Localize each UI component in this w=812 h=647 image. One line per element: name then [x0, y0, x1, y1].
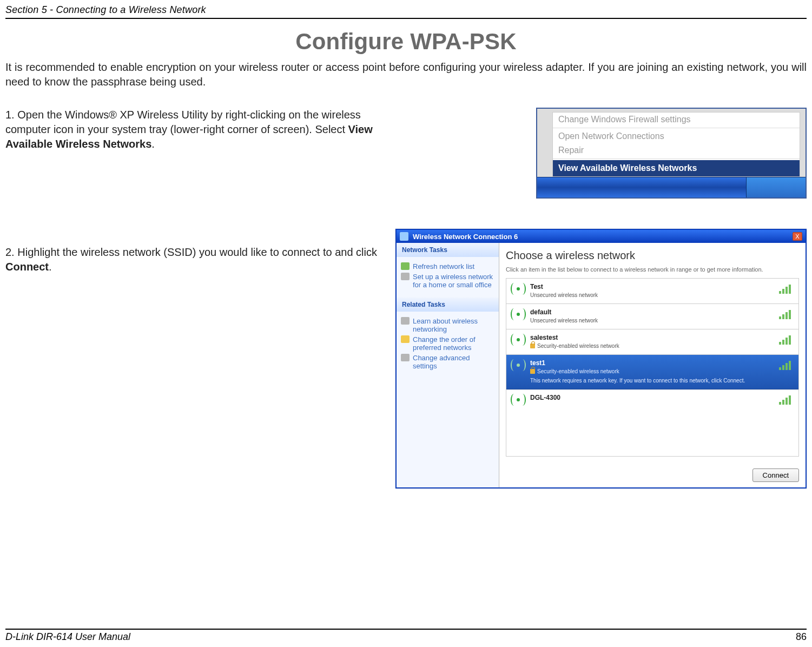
menu-item-view-networks[interactable]: View Available Wireless Networks	[553, 160, 800, 176]
network-desc-text: Security-enabled wireless network	[537, 368, 619, 374]
menu-item-firewall[interactable]: Change Windows Firewall settings	[553, 113, 800, 127]
context-menu-box: Change Windows Firewall settings Open Ne…	[552, 112, 800, 177]
network-desc: Security-enabled wireless network	[530, 343, 793, 349]
step-2-bold: Connect	[5, 261, 49, 273]
network-info: Test Unsecured wireless network	[530, 283, 793, 298]
refresh-icon	[401, 262, 410, 270]
link-setup-network[interactable]: Set up a wireless network for a home or …	[401, 273, 494, 289]
link-change-order[interactable]: Change the order of preferred networks	[401, 335, 494, 352]
network-name: DGL-4300	[530, 394, 793, 401]
sidebar-body-related-tasks: Learn about wireless networking Change t…	[397, 312, 499, 487]
systray	[746, 177, 806, 197]
star-icon	[401, 335, 410, 343]
sidebar-body-network-tasks: Refresh network list Set up a wireless n…	[397, 257, 499, 298]
footer-left: D-Link DIR-614 User Manual	[5, 631, 130, 643]
menu-item-repair[interactable]: Repair	[553, 143, 800, 157]
network-row-test1-selected[interactable]: test1 Security-enabled wireless network …	[506, 355, 798, 389]
intro-paragraph: It is recommended to enable encryption o…	[5, 60, 807, 89]
wireless-dialog-screenshot: Wireless Network Connection 6 X Network …	[395, 229, 807, 488]
dialog-body: Network Tasks Refresh network list Set u…	[397, 243, 806, 487]
dialog-titlebar: Wireless Network Connection 6 X	[397, 230, 806, 243]
lock-icon	[530, 369, 535, 374]
link-setup-label: Set up a wireless network for a home or …	[413, 273, 494, 289]
settings-icon	[401, 354, 410, 361]
step-1-text: 1. Open the Windows® XP Wireless Utility…	[5, 108, 384, 151]
section-header: Section 5 - Connecting to a Wireless Net…	[5, 4, 807, 19]
menu-separator	[553, 159, 800, 159]
network-row-dgl4300[interactable]: DGL-4300	[506, 389, 798, 411]
wifi-icon	[511, 394, 526, 406]
link-advanced-settings[interactable]: Change advanced settings	[401, 354, 494, 370]
link-learn-wireless[interactable]: Learn about wireless networking	[401, 317, 494, 333]
signal-bars-icon	[779, 360, 791, 370]
network-name: test1	[530, 359, 793, 367]
network-name: default	[530, 308, 793, 316]
network-row-default[interactable]: default Unsecured wireless network	[506, 304, 798, 329]
network-name: Test	[530, 283, 793, 291]
step-2-body: Highlight the wireless network (SSID) yo…	[17, 246, 377, 258]
link-learn-label: Learn about wireless networking	[413, 317, 494, 333]
sidebar-header-related-tasks: Related Tasks	[397, 298, 499, 312]
network-name: salestest	[530, 334, 793, 341]
signal-bars-icon	[779, 309, 791, 319]
main-subheading: Click an item in the list below to conne…	[506, 266, 799, 273]
network-desc: Unsecured wireless network	[530, 292, 793, 298]
network-info: test1 Security-enabled wireless network …	[530, 359, 793, 384]
main-heading: Choose a wireless network	[506, 249, 799, 262]
wifi-icon	[511, 359, 526, 371]
step-1-body: Open the Windows® XP Wireless Utility by…	[5, 109, 361, 135]
network-extra-info: This network requires a network key. If …	[530, 378, 793, 384]
connect-button[interactable]: Connect	[752, 468, 799, 482]
menu-item-open-connections[interactable]: Open Network Connections	[553, 129, 800, 143]
network-desc: Unsecured wireless network	[530, 318, 793, 324]
titlebar-text: Wireless Network Connection 6	[413, 233, 788, 241]
network-list: Test Unsecured wireless network default	[506, 278, 799, 457]
wifi-icon	[511, 283, 526, 295]
step-2-after: .	[49, 261, 52, 273]
link-refresh-network-list[interactable]: Refresh network list	[401, 262, 494, 270]
sidebar: Network Tasks Refresh network list Set u…	[397, 243, 499, 487]
step-2-prefix: 2.	[5, 246, 17, 258]
step-1-row: 1. Open the Windows® XP Wireless Utility…	[5, 108, 807, 199]
wifi-icon	[511, 308, 526, 320]
sidebar-header-network-tasks: Network Tasks	[397, 243, 499, 257]
network-desc: Security-enabled wireless network	[530, 368, 793, 374]
step-1-after: .	[151, 138, 155, 150]
step-2-text: 2. Highlight the wireless network (SSID)…	[5, 229, 380, 274]
dialog-main: Choose a wireless network Click an item …	[499, 243, 806, 487]
help-icon	[401, 317, 410, 325]
step-2-row: 2. Highlight the wireless network (SSID)…	[5, 229, 807, 488]
menu-separator	[553, 128, 800, 128]
step-2-image-col: Wireless Network Connection 6 X Network …	[395, 229, 807, 488]
close-button[interactable]: X	[793, 232, 802, 241]
link-refresh-label: Refresh network list	[413, 262, 474, 270]
step-1-prefix: 1.	[5, 109, 17, 121]
network-info: DGL-4300	[530, 394, 793, 406]
network-info: default Unsecured wireless network	[530, 308, 793, 324]
wifi-icon	[511, 334, 526, 346]
signal-bars-icon	[779, 284, 791, 294]
context-menu-screenshot: Change Windows Firewall settings Open Ne…	[536, 108, 807, 199]
steps-container: 1. Open the Windows® XP Wireless Utility…	[5, 108, 807, 488]
network-info: salestest Security-enabled wireless netw…	[530, 334, 793, 349]
link-order-label: Change the order of preferred networks	[413, 335, 494, 352]
page-title: Configure WPA-PSK	[5, 29, 807, 55]
page-footer: D-Link DIR-614 User Manual 86	[5, 629, 807, 643]
setup-icon	[401, 273, 410, 280]
signal-bars-icon	[779, 335, 791, 345]
step-1-image-col: Change Windows Firewall settings Open Ne…	[399, 108, 807, 199]
signal-bars-icon	[779, 395, 791, 405]
network-row-test[interactable]: Test Unsecured wireless network	[506, 279, 798, 304]
link-advanced-label: Change advanced settings	[413, 354, 494, 370]
titlebar-icon	[400, 232, 408, 241]
taskbar	[537, 177, 806, 197]
network-row-salestest[interactable]: salestest Security-enabled wireless netw…	[506, 329, 798, 355]
lock-icon	[530, 344, 535, 348]
page-number: 86	[796, 631, 807, 643]
network-desc-text: Security-enabled wireless network	[537, 343, 619, 349]
